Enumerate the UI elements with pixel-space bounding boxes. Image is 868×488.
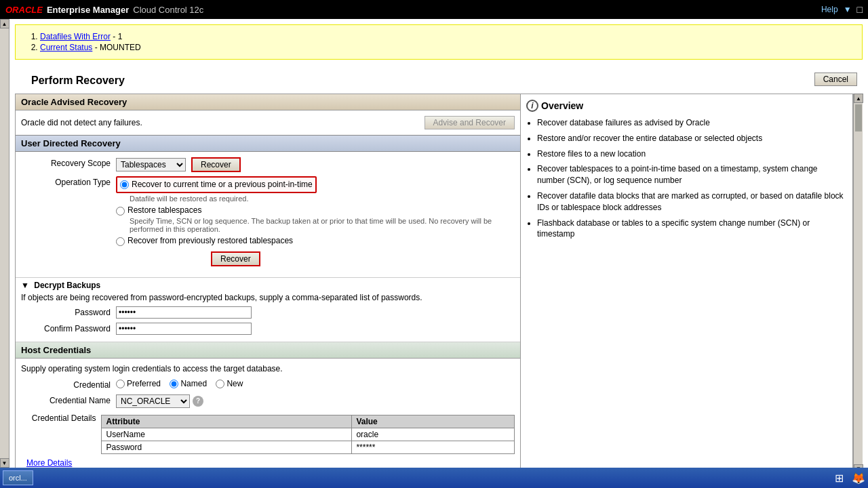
decrypt-backups-header[interactable]: ▼ Decrypt Backups xyxy=(21,281,515,290)
option1-text: Recover to current time or a previous po… xyxy=(132,180,313,189)
recover-button-bottom[interactable]: Recover xyxy=(211,251,260,266)
recovery-scope-select[interactable]: Tablespaces Database Datafiles Archived … xyxy=(116,158,186,171)
table-row: UserName oracle xyxy=(102,428,515,441)
decrypt-backups-section: ▼ Decrypt Backups If objects are being r… xyxy=(16,277,520,342)
help-dropdown-icon[interactable]: ▼ xyxy=(844,5,852,14)
credential-named-option: Named xyxy=(170,379,207,388)
attribute-header: Attribute xyxy=(102,415,352,428)
decrypt-description: If objects are being recovered from pass… xyxy=(21,293,515,302)
oracle-logo: ORACLE xyxy=(5,5,43,15)
recovery-scope-row: Recovery Scope Tablespaces Database Data… xyxy=(21,157,515,172)
credential-name-controls: NC_ORACLE OTHER_CRED ? xyxy=(116,394,203,408)
table-row: Password ****** xyxy=(102,441,515,453)
window-icon[interactable]: □ xyxy=(857,4,863,15)
current-status-link[interactable]: Current Status xyxy=(40,43,92,52)
recovery-scope-controls: Tablespaces Database Datafiles Archived … xyxy=(116,157,515,172)
notification-item-2: Current Status - MOUNTED xyxy=(40,43,851,52)
host-credentials-body: Supply operating system login credential… xyxy=(16,359,520,468)
credential-details-table: Attribute Value UserName oracle xyxy=(101,415,515,454)
credential-type-options: Preferred Named New xyxy=(116,379,250,390)
credential-preferred-option: Preferred xyxy=(116,379,161,388)
taskbar: orcl... ⊞ 🦊 xyxy=(0,468,868,488)
cancel-button-top[interactable]: Cancel xyxy=(814,73,857,86)
password-value: ****** xyxy=(352,441,515,453)
confirm-password-label: Confirm Password xyxy=(21,323,116,333)
operation-radio-3[interactable] xyxy=(116,237,125,246)
confirm-password-input[interactable] xyxy=(116,323,252,335)
operation-radio-2[interactable] xyxy=(116,207,125,216)
overview-item-2: Restore and/or recover the entire databa… xyxy=(537,133,847,144)
advise-and-recover-button[interactable]: Advise and Recover xyxy=(425,116,515,129)
password-input[interactable] xyxy=(116,306,252,319)
overview-item-5: Recover datafile data blocks that are ma… xyxy=(537,190,847,214)
operation-type-label: Operation Type xyxy=(21,176,116,187)
notification-bar: Datafiles With Error - 1 Current Status … xyxy=(15,24,863,60)
username-attribute: UserName xyxy=(102,428,352,441)
value-header: Value xyxy=(352,415,515,428)
cloud-title: Cloud Control 12c xyxy=(133,5,203,15)
main-wrapper: ▲ ▼ Datafiles With Error - 1 Current Sta… xyxy=(0,19,868,468)
credential-new-option: New xyxy=(216,379,243,388)
topbar-right: Help ▼ □ xyxy=(821,4,863,15)
user-directed-header: User Directed Recovery xyxy=(16,135,520,152)
credential-new-label: New xyxy=(226,379,243,388)
topbar: ORACLE Enterprise Manager Cloud Control … xyxy=(0,0,868,19)
decrypt-title: Decrypt Backups xyxy=(34,281,100,290)
user-directed-body: Recovery Scope Tablespaces Database Data… xyxy=(16,152,520,277)
right-scroll-thumb[interactable] xyxy=(855,104,862,131)
credential-preferred-radio[interactable] xyxy=(116,380,125,388)
option1-sublabel: Datafile will be restored as required. xyxy=(130,195,502,203)
page-title: Perform Recovery xyxy=(20,69,136,89)
overview-item-1: Recover database failures as advised by … xyxy=(537,117,847,129)
operation-option-2: Restore tablespaces xyxy=(116,205,502,216)
taskbar-icon-1[interactable]: ⊞ xyxy=(835,472,844,485)
scroll-up-arrow[interactable]: ▲ xyxy=(0,19,9,28)
option1-label: Recover to current time or a previous po… xyxy=(120,179,313,189)
credential-name-help-icon[interactable]: ? xyxy=(193,396,203,407)
notification-item-1: Datafiles With Error - 1 xyxy=(40,32,851,41)
password-row: Password xyxy=(21,306,515,319)
operation-radio-1[interactable] xyxy=(120,180,129,189)
em-title: Enterprise Manager xyxy=(47,5,129,15)
topbar-left: ORACLE Enterprise Manager Cloud Control … xyxy=(5,5,203,15)
scroll-left[interactable]: ▲ ▼ xyxy=(0,19,9,468)
credential-preferred-label: Preferred xyxy=(127,379,161,388)
username-value: oracle xyxy=(352,428,515,441)
credential-new-radio[interactable] xyxy=(216,380,224,388)
host-credentials-header: Host Credentials xyxy=(16,342,520,359)
taskbar-button-1[interactable]: orcl... xyxy=(3,470,33,485)
help-link[interactable]: Help xyxy=(821,5,838,14)
operation-option-1: Recover to current time or a previous po… xyxy=(116,176,502,193)
password-attribute: Password xyxy=(102,441,352,453)
confirm-password-row: Confirm Password xyxy=(21,323,515,335)
credential-name-select[interactable]: NC_ORACLE OTHER_CRED xyxy=(116,394,190,408)
scroll-down-arrow[interactable]: ▼ xyxy=(0,458,9,468)
right-scroll-down-arrow[interactable]: ▼ xyxy=(854,464,863,468)
overview-item-4: Recover tablespaces to a point-in-time b… xyxy=(537,163,847,186)
option2-text: Restore tablespaces xyxy=(127,205,201,215)
overview-title: Overview xyxy=(541,100,583,111)
overview-info-icon: i xyxy=(526,100,538,112)
right-scrollbar[interactable]: ▲ ▼ xyxy=(853,94,863,468)
overview-item-3: Restore files to a new location xyxy=(537,148,847,160)
more-details-link[interactable]: More Details xyxy=(21,455,77,468)
datafiles-with-error-link[interactable]: Datafiles With Error xyxy=(40,32,111,41)
right-panel: i Overview Recover database failures as … xyxy=(521,94,853,468)
recover-button-top[interactable]: Recover xyxy=(191,157,241,172)
credential-named-radio[interactable] xyxy=(170,380,178,388)
decrypt-toggle-icon: ▼ xyxy=(21,281,29,290)
overview-list: Recover database failures as advised by … xyxy=(526,117,847,240)
option3-text: Recover from previously restored tablesp… xyxy=(127,236,293,245)
overview-item-6: Flashback database or tables to a specif… xyxy=(537,218,847,241)
host-cred-description: Supply operating system login credential… xyxy=(21,364,515,373)
credential-name-row: Credential Name NC_ORACLE OTHER_CRED ? xyxy=(21,394,515,408)
credential-type-row: Credential Preferred Named xyxy=(21,379,515,390)
operation-type-options: Recover to current time or a previous po… xyxy=(116,176,502,247)
taskbar-icon-2[interactable]: 🦊 xyxy=(852,472,865,485)
content-area: Datafiles With Error - 1 Current Status … xyxy=(9,19,868,468)
password-label: Password xyxy=(21,306,116,317)
right-scroll-up-arrow[interactable]: ▲ xyxy=(854,94,863,103)
left-panel: Oracle Advised Recovery Oracle did not d… xyxy=(15,94,521,468)
operation-type-row: Operation Type Recover to current time o… xyxy=(21,176,515,247)
credential-details-label: Credential Details xyxy=(21,412,101,423)
